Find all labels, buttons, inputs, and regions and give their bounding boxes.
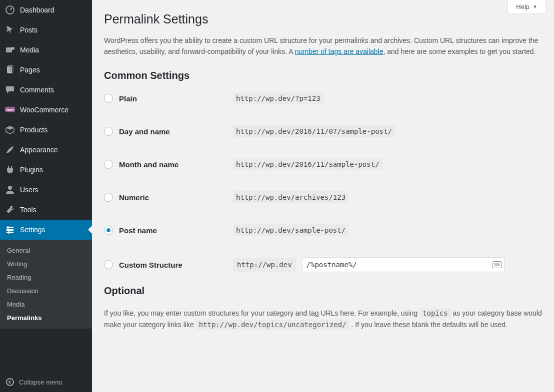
option-label: Plain [119, 94, 137, 103]
sidebar-item-label: Plugins [20, 166, 43, 174]
sidebar-item-woocommerce[interactable]: woo WooCommerce [0, 100, 92, 120]
submenu-writing[interactable]: Writing [0, 257, 92, 271]
pages-icon [5, 65, 15, 75]
option-post-name[interactable]: Post name http://wp.dev/sample-post/ [104, 224, 542, 236]
submenu-media[interactable]: Media [0, 298, 92, 311]
submenu-reading[interactable]: Reading [0, 271, 92, 284]
admin-sidebar: Dashboard Posts Media Pages Comments woo… [0, 0, 92, 392]
radio-numeric[interactable] [104, 193, 113, 202]
common-settings-heading: Common Settings [104, 70, 542, 81]
media-icon [5, 45, 15, 55]
option-custom[interactable]: Custom Structure http://wp.dev ⌨ [104, 257, 542, 272]
svg-point-7 [8, 186, 12, 190]
collapse-menu[interactable]: Collapse menu [0, 372, 92, 392]
radio-month-name[interactable] [104, 160, 113, 169]
option-label: Post name [119, 226, 157, 235]
sidebar-item-posts[interactable]: Posts [0, 20, 92, 40]
sidebar-item-settings[interactable]: Settings [0, 220, 92, 240]
page-title: Permalink Settings [104, 12, 542, 26]
keyboard-icon: ⌨ [492, 261, 502, 268]
submenu-discussion[interactable]: Discussion [0, 284, 92, 298]
option-example: http://wp.dev/archives/123 [233, 191, 348, 203]
plugin-icon [5, 165, 15, 175]
dashboard-icon [5, 5, 15, 15]
settings-submenu: General Writing Reading Discussion Media… [0, 240, 92, 329]
sidebar-item-plugins[interactable]: Plugins [0, 160, 92, 180]
products-icon [5, 125, 15, 135]
sidebar-item-label: Pages [20, 66, 40, 74]
users-icon [5, 185, 15, 195]
sidebar-item-label: Appearance [20, 146, 58, 154]
help-tab[interactable]: Help ▼ [508, 0, 546, 14]
code-topics: topics [420, 308, 451, 318]
option-example: http://wp.dev/?p=123 [233, 92, 324, 104]
pin-icon [5, 25, 15, 35]
sidebar-item-label: Dashboard [20, 6, 54, 14]
option-plain[interactable]: Plain http://wp.dev/?p=123 [104, 92, 542, 104]
svg-rect-11 [8, 226, 8, 229]
option-day-name[interactable]: Day and name http://wp.dev/2016/11/07/sa… [104, 125, 542, 137]
sidebar-item-label: Media [20, 46, 39, 54]
option-example: http://wp.dev/2016/11/07/sample-post/ [233, 125, 395, 137]
appearance-icon [5, 145, 15, 155]
woo-icon: woo [5, 105, 15, 115]
sidebar-item-label: Users [20, 186, 38, 194]
tools-icon [5, 205, 15, 215]
sidebar-item-label: Comments [20, 86, 54, 94]
option-month-name[interactable]: Month and name http://wp.dev/2016/11/sam… [104, 158, 542, 170]
svg-point-14 [6, 379, 14, 386]
option-label: Month and name [119, 160, 178, 169]
svg-rect-13 [8, 231, 10, 234]
radio-custom[interactable] [104, 260, 113, 269]
option-label: Custom Structure [119, 261, 182, 269]
comment-icon [5, 85, 15, 95]
radio-post-name[interactable] [104, 226, 113, 235]
collapse-label: Collapse menu [19, 379, 62, 386]
svg-rect-10 [6, 232, 14, 233]
option-example: http://wp.dev/sample-post/ [233, 224, 348, 236]
sidebar-item-label: Posts [20, 26, 38, 34]
code-example-url: http://wp.dev/topics/uncategorized/ [196, 320, 350, 330]
settings-icon [5, 225, 15, 235]
custom-structure-input[interactable] [302, 257, 504, 272]
sidebar-item-products[interactable]: Products [0, 120, 92, 140]
svg-point-2 [12, 47, 14, 50]
sidebar-item-dashboard[interactable]: Dashboard [0, 0, 92, 20]
sidebar-item-label: Products [20, 126, 48, 134]
radio-plain[interactable] [104, 94, 113, 103]
radio-day-name[interactable] [104, 127, 113, 136]
sidebar-item-tools[interactable]: Tools [0, 200, 92, 220]
intro-text: WordPress offers you the ability to crea… [104, 35, 539, 57]
main-content: Help ▼ Permalink Settings WordPress offe… [92, 0, 554, 392]
sidebar-item-label: WooCommerce [20, 106, 68, 114]
custom-prefix: http://wp.dev [233, 258, 296, 272]
submenu-general[interactable]: General [0, 244, 92, 257]
chevron-down-icon: ▼ [532, 4, 538, 9]
submenu-permalinks[interactable]: Permalinks [0, 311, 92, 325]
optional-text: If you like, you may enter custom struct… [104, 308, 542, 330]
sidebar-item-label: Settings [20, 226, 46, 234]
sidebar-item-users[interactable]: Users [0, 180, 92, 200]
svg-rect-12 [11, 229, 12, 231]
option-label: Numeric [119, 193, 149, 202]
sidebar-item-pages[interactable]: Pages [0, 60, 92, 80]
svg-rect-9 [6, 229, 14, 231]
optional-heading: Optional [104, 285, 542, 297]
sidebar-item-comments[interactable]: Comments [0, 80, 92, 100]
sidebar-item-appearance[interactable]: Appearance [0, 140, 92, 160]
tags-link[interactable]: number of tags are available [295, 47, 384, 55]
sidebar-item-label: Tools [20, 206, 36, 214]
help-label: Help [516, 3, 530, 10]
svg-rect-1 [6, 47, 12, 52]
option-numeric[interactable]: Numeric http://wp.dev/archives/123 [104, 191, 542, 203]
option-example: http://wp.dev/2016/11/sample-post/ [233, 158, 382, 170]
collapse-icon [5, 377, 15, 387]
option-label: Day and name [119, 127, 170, 136]
sidebar-item-media[interactable]: Media [0, 40, 92, 60]
svg-text:woo: woo [6, 107, 14, 112]
